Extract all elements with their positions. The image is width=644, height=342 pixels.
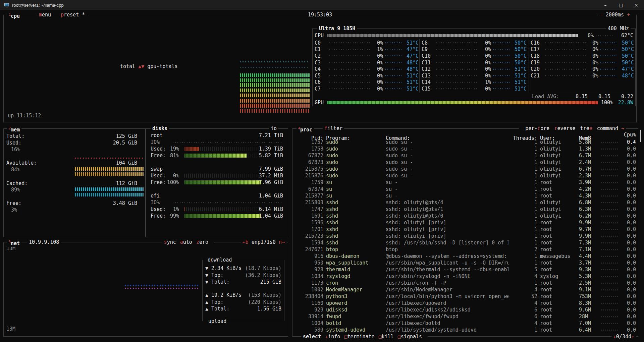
- proc-box-title[interactable]: 4proc: [297, 125, 314, 133]
- proc-footer-menu: select↓info□terminate□kill□signals: [301, 333, 428, 340]
- table-row[interactable]: 247671 btop btop 2 root 7.1M 0.0: [295, 246, 635, 253]
- core-row: C40%48°C: [315, 66, 419, 72]
- row-separator: [530, 92, 633, 92]
- disks-io-toggle[interactable]: io: [269, 125, 278, 132]
- net-interface-switcher[interactable]: ←b enp171s0 n→: [241, 239, 286, 245]
- proc-footer-action[interactable]: □kill: [379, 334, 394, 340]
- proc-footer-action[interactable]: □terminate: [344, 334, 374, 340]
- table-row[interactable]: 1596 sshd sshd: oliutyi [priv] 1 root 9.…: [295, 219, 635, 226]
- table-row[interactable]: 67874 su su - 1 root 4.2M 0.0: [295, 186, 635, 192]
- core-row: C160%50°C: [531, 40, 634, 46]
- table-row[interactable]: 928 thermald /usr/sbin/thermald --system…: [295, 266, 635, 273]
- table-row[interactable]: 1004 boltd /usr/libexec/boltd 4 root 7.0…: [295, 320, 635, 327]
- net-toggles[interactable]: syncautozero: [162, 239, 214, 245]
- preset-button[interactable]: preset *: [59, 11, 87, 18]
- gpu-power: 22.8W: [616, 99, 633, 106]
- disks-box-title[interactable]: disks: [151, 125, 169, 132]
- mem-box-title[interactable]: 2mem: [7, 125, 21, 133]
- net-toggle[interactable]: zero: [196, 239, 208, 245]
- scroll-up-arrow[interactable]: ↑: [631, 334, 634, 340]
- table-row[interactable]: 238404 python3 /usr/local/bin/python3 -m…: [295, 293, 635, 300]
- select-action[interactable]: select: [303, 334, 321, 340]
- table-row[interactable]: 67873 sudo sudo su - 1 oliutyi 2.4M 0.0: [295, 159, 635, 166]
- table-row[interactable]: 1594 sshd sshd: /usr/sbin/sshd -D [liste…: [295, 239, 635, 246]
- disk-name-row: root7.21 TiB: [151, 132, 283, 139]
- net-toggle[interactable]: sync: [164, 239, 176, 245]
- core-column-1: C00%51°C C11%47°C C20%47°C C30%48°C: [315, 40, 419, 92]
- mem-free-row: Free:3.48 GiB: [6, 200, 137, 207]
- table-row[interactable]: 1759 su su - 1 root 3.9M 0.0: [295, 179, 635, 186]
- download-total-row: ▼ Total:215 GiB: [205, 279, 281, 285]
- mem-used-graph: [75, 158, 144, 159]
- table-row[interactable]: 1701 sshd sshd: oliutyi [priv] 1 root 9.…: [295, 226, 635, 233]
- table-row[interactable]: 215877 su su - 1 root 4.3M 0.0: [295, 192, 635, 199]
- gpu-meter: [327, 101, 598, 104]
- proc-tab[interactable]: command →: [597, 125, 624, 132]
- table-row[interactable]: 1002 ModemManager /usr/sbin/ModemManager…: [295, 286, 635, 293]
- table-row[interactable]: 215803 sshd sshd: oliutyi@pts/4 1 oliuty…: [295, 199, 635, 206]
- table-row[interactable]: 1173 cron /usr/sbin/cron -f -P 1 root 2.…: [295, 280, 635, 286]
- table-row[interactable]: 1747 sshd sshd: oliutyi@pts/1 1 oliutyi …: [295, 206, 635, 213]
- proc-tab[interactable]: tree: [580, 125, 592, 132]
- download-title: download: [206, 256, 233, 263]
- maximize-button[interactable]: □: [613, 0, 629, 10]
- table-row[interactable]: 1691 sshd sshd: oliutyi@pts/0 1 oliutyi …: [295, 213, 635, 219]
- clock: 19:53:03: [306, 11, 334, 18]
- filter-button[interactable]: filter: [323, 125, 344, 132]
- cpu-total-temp: 62°C: [616, 32, 633, 39]
- upload-total-row: ▲ Total:1.56 GiB: [205, 305, 281, 312]
- proc-footer-action[interactable]: ↓info: [325, 334, 340, 340]
- table-row[interactable]: 215723 sshd sshd: oliutyi [priv] 1 root …: [295, 233, 635, 239]
- minimize-button[interactable]: –: [598, 0, 613, 10]
- table-row[interactable]: 1758 sudo sudo su - 1 oliutyi 1.3M 0.0: [295, 146, 635, 152]
- disk-free-meter: [184, 180, 261, 184]
- core-row: C120%51°C: [422, 66, 527, 72]
- proc-footer-action[interactable]: □signals: [398, 334, 422, 340]
- close-button[interactable]: ×: [629, 0, 644, 10]
- gpu-graph-row: [240, 104, 310, 108]
- proc-tabs[interactable]: per-corereversetreecommand →: [519, 125, 626, 132]
- table-row[interactable]: 916 dbus-daemon @dbus-daemon --system --…: [295, 253, 635, 260]
- table-row[interactable]: 1034 rsyslogd /usr/sbin/rsyslogd -n -iNO…: [295, 273, 635, 280]
- table-row[interactable]: 589 systemd-udevd /usr/lib/systemd/syste…: [295, 327, 635, 333]
- table-row[interactable]: 950 wpa_supplicant /usr/sbin/wpa_supplic…: [295, 260, 635, 266]
- app-icon: [4, 2, 9, 8]
- upload-title: upload: [207, 318, 228, 325]
- core-row: C110%50°C: [422, 59, 527, 66]
- proc-count: ↓0/344↑: [611, 333, 636, 340]
- table-row[interactable]: 929 udisksd /usr/libexec/udisks2/udisksd…: [295, 306, 635, 313]
- proc-table-header[interactable]: Pid: Program: Command: Threads: User: Me…: [295, 131, 635, 138]
- table-row[interactable]: 215875 sudo sudo su - 1 oliutyi 6.7M 0.0: [295, 166, 635, 172]
- mem-used-row: Used:20.5 GiB: [6, 139, 137, 146]
- gpu-label: GPU: [315, 99, 324, 106]
- table-row[interactable]: 215876 sudo sudo su - 1 oliutyi 2.3M 0.0: [295, 172, 635, 179]
- load-average-2: 0.15: [590, 93, 610, 100]
- net-toggle[interactable]: auto: [180, 239, 192, 245]
- disk-name-row: swap7.99 GiB: [151, 166, 283, 172]
- table-row[interactable]: 33914 fwupd /usr/libexec/fwupd/fwupd 6 r…: [295, 313, 635, 320]
- uptime: up 11:15:12: [8, 112, 41, 119]
- menu-button[interactable]: menu: [37, 11, 53, 18]
- disk-io-graph: [173, 142, 283, 143]
- disk-free-row: Free:81%5.82 TiB: [151, 152, 283, 159]
- update-rate-control[interactable]: - 2000ms +: [598, 11, 632, 18]
- table-row[interactable]: 1160 upowerd /usr/libexec/upowerd 4 root…: [295, 300, 635, 306]
- column-separator: [529, 39, 529, 93]
- table-row[interactable]: 67872 sudo sudo su - 1 oliutyi 6.7M 0.0: [295, 152, 635, 159]
- net-scale-bottom: 13M: [6, 326, 15, 332]
- core-row: C50%51°C: [315, 72, 419, 79]
- scroll-down-arrow[interactable]: ↓: [613, 334, 616, 340]
- proc-tab[interactable]: reverse: [554, 125, 575, 132]
- net-box-title[interactable]: 3net: [7, 239, 21, 247]
- gpu-graph-row: [240, 78, 310, 82]
- scrollbar-thumb[interactable]: [640, 130, 641, 142]
- window-title: root@server1: ~/llama-cpp: [12, 3, 598, 8]
- disk-free-meter: [184, 154, 261, 158]
- graph-selector[interactable]: total ▲▼ gpu-totals: [120, 63, 178, 70]
- core-column-2: C80%50°C C90%50°C C100%50°C C110%50°C: [422, 40, 527, 92]
- proc-tab[interactable]: per-core: [525, 125, 549, 132]
- cpu-box-title[interactable]: 1cpu: [7, 11, 21, 19]
- disk-free-row: Free:100%7.96 GiB: [151, 179, 283, 186]
- table-row[interactable]: 1757 sudo sudo su - 1 oliutyi 5.8M 0.4: [295, 139, 635, 146]
- cpu-frequency: 400 MHz: [606, 25, 631, 32]
